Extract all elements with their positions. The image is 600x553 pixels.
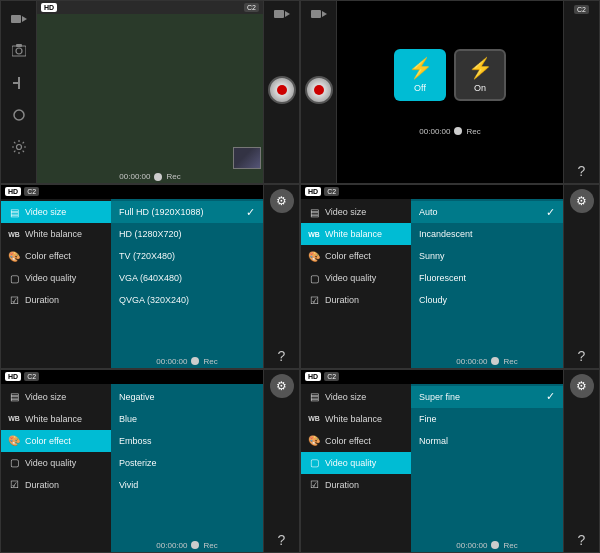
fine-label: Fine [419,414,437,424]
q-top-badges: HD C2 [305,372,339,381]
flash-record-dot [314,85,324,95]
video-size-values: Full HD (1920X1088) ✓ HD (1280X720) TV (… [111,199,263,367]
svg-marker-1 [22,16,27,22]
value-fine[interactable]: Fine [411,408,563,430]
cloudy-label: Cloudy [419,295,447,305]
ce-dur-label: Duration [25,480,59,490]
settings-item-duration[interactable]: ☑ Duration [1,289,111,311]
q-rec-dot [491,541,499,549]
q-item-video-size[interactable]: ▤ Video size [301,386,411,408]
settings-item-video-quality[interactable]: ▢ Video quality [1,267,111,289]
gear-icon[interactable] [7,135,31,159]
ce-q-label: Video quality [25,458,76,468]
value-fluorescent[interactable]: Fluorescent [411,267,563,289]
ce-item-wb[interactable]: WB White balance [1,408,111,430]
flash-record-button[interactable] [305,76,333,104]
wb-q-icon: ▢ [307,271,321,285]
help-icon[interactable]: ? [578,163,586,179]
video-size-help-icon[interactable]: ? [278,348,286,364]
tv-label: TV (720X480) [119,251,175,261]
wb-help-icon[interactable]: ? [578,348,586,364]
quality-settings-list: ▤ Video size WB White balance 🎨 Color ef… [301,384,411,552]
exposure-icon[interactable] [7,71,31,95]
wb-icon: WB [7,227,21,241]
value-auto[interactable]: Auto ✓ [411,201,563,223]
cam-badge: C2 [244,3,259,12]
circle-icon[interactable] [7,103,31,127]
flash-panel: ⚡ Off ⚡ On 00:00:00 Rec C2 ? [300,0,600,184]
settings-gear-icon[interactable]: ⚙ [270,189,294,213]
settings-item-video-size[interactable]: ▤ Video size [1,201,111,223]
ce-help-icon[interactable]: ? [278,532,286,548]
wb-item-white-balance[interactable]: WB White balance [301,223,411,245]
flash-right-controls: C2 ? [563,1,599,183]
wb-item-quality[interactable]: ▢ Video quality [301,267,411,289]
q-gear-icon[interactable]: ⚙ [570,374,594,398]
video-mode-icon[interactable] [7,7,31,31]
ce-item-quality[interactable]: ▢ Video quality [1,452,111,474]
value-cloudy[interactable]: Cloudy [411,289,563,311]
video-quality-label: Video quality [25,273,76,283]
white-balance-values: Auto ✓ Incandescent Sunny Fluorescent Cl… [411,199,563,367]
ce-item-duration[interactable]: ☑ Duration [1,474,111,496]
camera-top-bar: HD C2 [37,1,263,14]
flash-off-label: Off [414,83,426,93]
video-size-settings-list: ▤ Video size WB White balance 🎨 Color ef… [1,199,111,367]
settings-item-white-balance[interactable]: WB White balance [1,223,111,245]
wb-gear-icon[interactable]: ⚙ [570,189,594,213]
incandescent-label: Incandescent [419,229,473,239]
ce-gear-icon[interactable]: ⚙ [270,374,294,398]
value-sunny[interactable]: Sunny [411,245,563,267]
value-full-hd[interactable]: Full HD (1920X1088) ✓ [111,201,263,223]
wb-wb-label: White balance [325,229,382,239]
color-effect-icon: 🎨 [7,249,21,263]
svg-point-3 [16,48,22,54]
svg-rect-6 [13,82,18,84]
flash-off-option[interactable]: ⚡ Off [394,49,446,101]
wb-dur-icon: ☑ [307,293,321,307]
value-super-fine[interactable]: Super fine ✓ [411,386,563,408]
flash-left-controls [301,1,337,183]
q-item-quality[interactable]: ▢ Video quality [301,452,411,474]
value-incandescent[interactable]: Incandescent [411,223,563,245]
flash-on-option[interactable]: ⚡ On [454,49,506,101]
wb-rec-label: Rec [503,357,517,366]
value-tv[interactable]: TV (720X480) [111,245,263,267]
value-posterize[interactable]: Posterize [111,452,263,474]
thumbnail[interactable] [233,147,261,169]
emboss-label: Emboss [119,436,152,446]
value-blue[interactable]: Blue [111,408,263,430]
wb-wb-icon: WB [307,227,321,241]
sunny-label: Sunny [419,251,445,261]
q-item-wb[interactable]: WB White balance [301,408,411,430]
record-button[interactable] [268,76,296,104]
value-normal[interactable]: Normal [411,430,563,452]
ce-item-video-size[interactable]: ▤ Video size [1,386,111,408]
svg-rect-0 [11,15,21,23]
wb-item-video-size[interactable]: ▤ Video size [301,201,411,223]
rec-label: Rec [166,172,180,181]
value-emboss[interactable]: Emboss [111,430,263,452]
value-hd[interactable]: HD (1280X720) [111,223,263,245]
posterize-label: Posterize [119,458,157,468]
negative-label: Negative [119,392,155,402]
settings-item-color-effect[interactable]: 🎨 Color effect [1,245,111,267]
value-qvga[interactable]: QVGA (320X240) [111,289,263,311]
wb-right-controls: ⚙ ? [563,185,599,367]
q-item-duration[interactable]: ☑ Duration [301,474,411,496]
video-size-label: Video size [25,207,66,217]
photo-mode-icon[interactable] [7,39,31,63]
super-fine-label: Super fine [419,392,460,402]
vs-timer: 00:00:00 [156,357,187,366]
q-help-icon[interactable]: ? [578,532,586,548]
value-vga[interactable]: VGA (640X480) [111,267,263,289]
value-vivid[interactable]: Vivid [111,474,263,496]
ce-item-color-effect[interactable]: 🎨 Color effect [1,430,111,452]
value-negative[interactable]: Negative [111,386,263,408]
wb-item-duration[interactable]: ☑ Duration [301,289,411,311]
wb-vs-label: Video size [325,207,366,217]
wb-item-color-effect[interactable]: 🎨 Color effect [301,245,411,267]
ce-vs-icon: ▤ [7,390,21,404]
svg-rect-11 [311,10,321,18]
q-item-ce[interactable]: 🎨 Color effect [301,430,411,452]
